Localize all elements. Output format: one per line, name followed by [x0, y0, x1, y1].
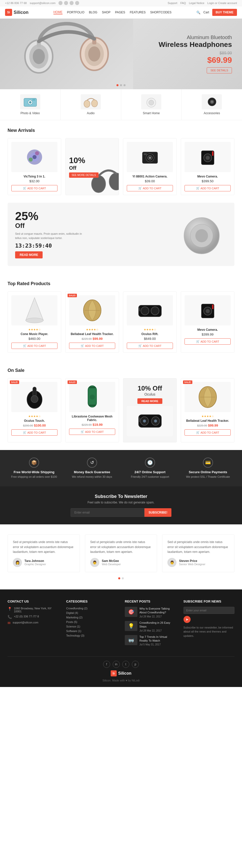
product-price-new-oculus-touch: $100.00 [34, 424, 46, 427]
add-to-cart-bellabeat-top[interactable]: 🛒 ADD TO CART [69, 343, 115, 349]
feature-support-desc: Friendly 24/7 customer support [131, 475, 169, 479]
see-details-button[interactable]: SEE DETAILS [207, 67, 232, 73]
sale-promo-read-more[interactable]: READ MORE [138, 398, 162, 404]
category-photo-video[interactable]: Photo & Video [0, 89, 61, 120]
footer-cat-crowdfunding[interactable]: Crowdfunding (2) [66, 607, 118, 610]
footer-cat-digital[interactable]: Digital (4) [66, 611, 118, 614]
recent-post-date-1: Jul 28 Mar 22, 2017 [140, 615, 176, 618]
footer-cat-posts[interactable]: Posts (5) [66, 620, 118, 623]
product-stars-oculus-touch: ★★★★☆ [11, 415, 58, 418]
product-card-yi-camera: YI 88001 Action Camera. $39.00 🛒 ADD TO … [123, 138, 177, 195]
add-to-cart-mevo-top[interactable]: 🛒 ADD TO CART [184, 338, 231, 345]
add-to-cart-oculus-touch[interactable]: 🛒 ADD TO CART [11, 429, 58, 436]
footer-phone: 📞 +22 (0) 336 77 /77 8 [7, 615, 59, 619]
testimonials-section: Sed ut perspiciatis unde omnis iste natu… [0, 524, 242, 589]
instagram-icon[interactable] [64, 1, 68, 5]
footer-instagram-icon[interactable]: in [113, 661, 120, 668]
login-link[interactable]: Login or Create account [208, 1, 237, 4]
footer-cat-technology[interactable]: Technology (3) [66, 634, 118, 637]
footer-col-recent-posts: RECENT POSTS 🎯 Why Is Everyone Talking A… [125, 599, 176, 649]
product-img-bellabeat-sale [184, 382, 231, 412]
product-img-cone [11, 295, 58, 326]
product-price-oculus-top: $649.00 [127, 337, 173, 341]
footer-email-input[interactable] [183, 607, 235, 614]
footer-pinterest-icon[interactable]: p [132, 661, 139, 668]
product-img-bellabeat-top [69, 295, 115, 326]
discount-off-label: Off [69, 165, 98, 171]
testimonial-text-3: Sed ut perspiciatis unde omnis iste natu… [168, 540, 229, 554]
promo-read-more-button[interactable]: READ MORE [15, 251, 42, 258]
author-role-1: Graphic Designer [25, 563, 46, 566]
recent-post-title-3[interactable]: Top 7 Trends In Virtual Reality To Watch [140, 635, 176, 643]
faq-link[interactable]: FAQ [180, 1, 186, 4]
svg-point-35 [206, 156, 210, 160]
support-link[interactable]: Support [168, 1, 178, 4]
facebook-icon[interactable] [59, 1, 62, 5]
legal-link[interactable]: Legal Notice [189, 1, 204, 4]
add-to-cart-yi-camera[interactable]: 🛒 ADD TO CART [127, 185, 173, 191]
add-to-cart-librastone[interactable]: 🛒 ADD TO CART [69, 429, 115, 435]
product-price-yi-camera: $39.00 [127, 179, 173, 183]
svg-point-50 [206, 309, 210, 313]
promo-left: 25% Off Sed ut congue mauris. Proin quam… [15, 210, 177, 258]
nav-features[interactable]: FEATURES [130, 10, 146, 14]
newsletter-email-input[interactable] [70, 508, 145, 517]
add-to-cart-cone[interactable]: 🛒 ADD TO CART [11, 343, 58, 349]
svg-rect-51 [212, 305, 213, 309]
testimonial-dot-1[interactable] [118, 577, 120, 579]
recent-post-title-2[interactable]: Crowdfunding in 26 Easy Steps [140, 621, 176, 629]
pinterest-icon[interactable] [75, 1, 79, 5]
cart-button[interactable]: Cart [204, 10, 209, 14]
product-card-mevo-top: Mevo Camera. $399.99 🛒 ADD TO CART [181, 291, 235, 353]
add-to-cart-victsing[interactable]: 🛒 ADD TO CART [11, 185, 58, 191]
nav-home[interactable]: HOME [54, 10, 62, 14]
recent-post-title-1[interactable]: Why Is Everyone Talking About Crowdfundi… [140, 607, 176, 615]
hero-dot-3[interactable] [123, 84, 125, 86]
author-role-2: Web Developer [102, 563, 121, 566]
product-img-victsing [11, 142, 58, 172]
category-accessories-image [202, 94, 222, 110]
product-name-mevo-top: Mevo Camera. [184, 328, 231, 332]
add-to-cart-mevo-new[interactable]: 🛒 ADD TO CART [184, 185, 231, 191]
twitter-icon[interactable] [69, 1, 73, 5]
newsletter-subscribe-button[interactable]: SUBSCRIBE! [145, 508, 172, 517]
footer-cat-marketing[interactable]: Marketing (2) [66, 616, 118, 619]
testimonial-card-2: Sed ut perspiciatis unde omnis iste natu… [85, 534, 157, 572]
svg-point-45 [141, 307, 149, 315]
author-avatar-1: 👩 [13, 558, 22, 567]
category-accessories[interactable]: Accessories [182, 89, 242, 120]
on-sale-grid: SALE! ★★★★☆ Oculus Touch. $200.00 $100.0… [7, 378, 235, 442]
footer-twitter-icon[interactable]: t [122, 661, 129, 668]
nav-portfolio[interactable]: PORTFOLIO [67, 10, 85, 14]
nav-pages[interactable]: PAGES [115, 10, 125, 14]
footer-categories-title: CATEGORIES [66, 599, 118, 603]
see-more-details-button[interactable]: SEE MORE DETAILS [69, 173, 98, 178]
search-icon[interactable]: 🔍 [196, 10, 201, 14]
logo[interactable]: Si Silicon [5, 9, 29, 16]
svg-point-17 [149, 100, 154, 105]
main-nav: HOME PORTFOLIO BLOG SHOP PAGES FEATURES … [54, 10, 172, 14]
product-price-new-bellabeat-top: $99.99 [92, 337, 102, 341]
footer-features: 📦 Free World-Wide Shipping Free shipping… [0, 450, 242, 486]
testimonial-dot-2[interactable] [122, 577, 124, 579]
feature-shipping-title: Free World-Wide Shipping [13, 470, 55, 474]
new-arrivals-title: New Arrivals [7, 128, 235, 133]
nav-shop[interactable]: SHOP [102, 10, 111, 14]
add-to-cart-oculus-top[interactable]: 🛒 ADD TO CART [127, 343, 173, 349]
svg-point-8 [88, 46, 100, 62]
category-smart-home[interactable]: Smart Home [121, 89, 182, 120]
footer-cat-science[interactable]: Science (1) [66, 625, 118, 628]
add-to-cart-bellabeat-sale[interactable]: 🛒 ADD TO CART [184, 429, 231, 436]
svg-point-46 [151, 307, 159, 315]
svg-marker-40 [26, 298, 43, 320]
footer-bottom: f in t p Si Silicon Silicon. Made with ♥… [7, 656, 235, 682]
buy-theme-button[interactable]: BUY THEME [212, 9, 237, 16]
footer-cat-software[interactable]: Software (1) [66, 629, 118, 632]
nav-blog[interactable]: BLOG [89, 10, 97, 14]
footer-facebook-icon[interactable]: f [103, 661, 110, 668]
hero-dot-2[interactable] [120, 84, 122, 86]
category-audio[interactable]: Audio [61, 89, 121, 120]
nav-shortcodes[interactable]: SHORTCODES [150, 10, 172, 14]
hero-dot-1[interactable] [117, 84, 119, 86]
footer-subscribe-button[interactable]: ➤ [183, 616, 190, 623]
